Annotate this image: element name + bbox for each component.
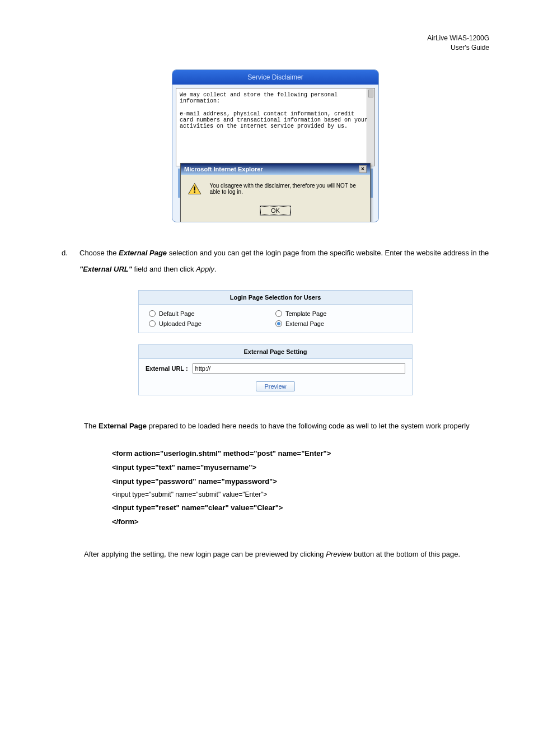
text: button at the bottom of this page. <box>352 550 460 558</box>
paragraph-d: d. Choose the External Page selection an… <box>62 245 489 278</box>
radio-uploaded-page[interactable] <box>149 320 156 327</box>
radio-label: Uploaded Page <box>159 320 202 327</box>
external-url-input[interactable] <box>193 363 405 374</box>
doc-title: User's Guide <box>451 44 489 52</box>
text: Choose the <box>79 249 119 257</box>
radio-default-page[interactable] <box>149 310 156 317</box>
list-marker: d. <box>62 245 74 278</box>
radio-label: Default Page <box>159 310 195 317</box>
disclaimer-text-1: We may collect and store the following p… <box>180 92 371 104</box>
code-line: <form action="userlogin.shtml" method="p… <box>112 447 489 461</box>
preview-italic: Preview <box>326 550 352 558</box>
close-icon[interactable]: × <box>359 165 367 173</box>
text: field and then click <box>132 265 196 273</box>
warning-icon <box>188 181 202 196</box>
code-line: <input type="text" name="myusername"> <box>112 461 489 475</box>
text: The <box>84 422 99 430</box>
external-setting-title: External Page Setting <box>139 345 412 359</box>
product-name: AirLive WIAS-1200G <box>427 34 489 42</box>
paragraph-f: After applying the setting, the new logi… <box>84 546 489 563</box>
external-page-bold: External Page <box>119 249 167 257</box>
radio-template-page[interactable] <box>275 310 282 317</box>
svg-rect-1 <box>194 186 195 190</box>
paragraph-e: The External Page prepared to be loaded … <box>84 418 489 435</box>
text: After applying the setting, the new logi… <box>84 550 326 558</box>
code-block: <form action="userlogin.shtml" method="p… <box>112 447 489 529</box>
disclaimer-text-2: e-mail address, physical contact informa… <box>180 111 371 129</box>
code-line: </form> <box>112 515 489 529</box>
service-disclaimer-screenshot: Service Disclaimer We may collect and st… <box>172 69 379 222</box>
login-page-selection-screenshot: Login Page Selection for Users Default P… <box>138 290 413 333</box>
disclaimer-textarea: We may collect and store the following p… <box>176 88 375 166</box>
alert-message: You disagree with the disclaimer, theref… <box>209 183 363 195</box>
code-line: <input type="submit" name="submit" value… <box>112 488 489 501</box>
ok-button[interactable]: OK <box>260 206 291 215</box>
external-page-bold-2: External Page <box>99 422 147 430</box>
page-header: AirLive WIAS-1200G User's Guide <box>62 34 489 53</box>
alert-titlebar: Microsoft Internet Explorer × <box>181 164 370 175</box>
code-line: <input type="reset" name="clear" value="… <box>112 501 489 515</box>
preview-button[interactable]: Preview <box>256 381 294 391</box>
radio-external-page[interactable] <box>275 320 282 327</box>
scrollbar[interactable] <box>367 88 374 166</box>
external-page-setting-screenshot: External Page Setting External URL : Pre… <box>138 344 413 395</box>
external-url-bold: "External URL" <box>79 265 132 273</box>
alert-title-text: Microsoft Internet Explorer <box>184 166 263 172</box>
radio-label: External Page <box>285 320 324 327</box>
disclaimer-title: Service Disclaimer <box>172 70 378 85</box>
external-url-label: External URL : <box>146 365 188 372</box>
radio-label: Template Page <box>285 310 326 317</box>
selection-title: Login Page Selection for Users <box>139 291 412 305</box>
code-line: <input type="password" name="mypassword"… <box>112 475 489 489</box>
text: prepared to be loaded here needs to have… <box>147 422 470 430</box>
text: selection and you can get the login page… <box>167 249 489 257</box>
alert-dialog: Microsoft Internet Explorer × You disagr… <box>180 163 371 222</box>
text: . <box>214 265 217 273</box>
svg-rect-2 <box>194 191 195 192</box>
apply-italic: Apply <box>196 265 214 273</box>
